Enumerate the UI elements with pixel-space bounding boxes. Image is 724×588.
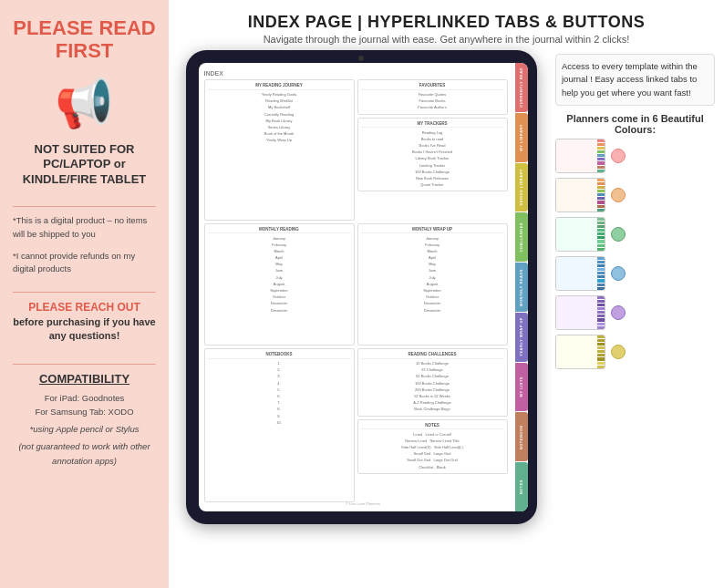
section-title-challenges: READING CHALLENGES — [361, 352, 504, 359]
not-suited-text: NOT SUITED FOR PC/LAPTOP or KINDLE/FIRE … — [13, 142, 156, 189]
side-tab-series-library: SERIES LIBRARY — [515, 163, 528, 212]
side-tab-notebook: NOTEBOOK — [515, 412, 528, 461]
color-dot-3 — [611, 227, 626, 242]
planners-section: Planners come in 6 Beautiful Colours: — [555, 113, 715, 369]
swatch-row-6 — [555, 335, 715, 369]
main-area: INDEX PAGE | HYPERLINKED TABS & BUTTONS … — [169, 0, 724, 588]
color-swatches — [555, 139, 715, 369]
access-note: Access to every template within the jour… — [555, 54, 715, 106]
section-monthly-wrapup: MONTHLY WRAP UP JanuaryFebruaryMarchApri… — [357, 223, 508, 346]
section-title-trackers: MY TRACKERS — [361, 121, 504, 129]
tablet-camera — [358, 56, 364, 61]
compatibility-text: For iPad: Goodnotes For Samsung Tab: XOD… — [13, 391, 156, 468]
planners-title: Planners come in 6 Beautiful Colours: — [555, 113, 715, 135]
page-title: INDEX PAGE | HYPERLINKED TABS & BUTTONS — [187, 13, 706, 32]
section-my-trackers: MY TRACKERS Reading LogBooks to readBook… — [357, 118, 508, 192]
side-tab-monthly-reads: MONTHLY READS — [515, 263, 528, 312]
swatch-row-2 — [555, 178, 715, 212]
side-tab-notes: NOTES — [515, 462, 528, 511]
color-dot-5 — [611, 305, 626, 320]
section-notebooks: NOTEBOOKS 1.2.3.4.5.6.7.8.9.10. — [204, 348, 355, 502]
index-label: INDEX — [204, 70, 508, 77]
divider1 — [13, 206, 156, 207]
section-title-notebooks: NOTEBOOKS — [208, 352, 351, 359]
left-panel: PLEASE READ FIRST 📢 NOT SUITED FOR PC/LA… — [0, 0, 169, 588]
tablet-wrapper: INDEX MY READING JOURNEY Yearly Reading … — [178, 50, 544, 579]
section-notes: NOTES Lined Lined or CornellNarrow Lined… — [357, 419, 508, 474]
tablet-device: INDEX MY READING JOURNEY Yearly Reading … — [186, 50, 537, 524]
side-tab-yearly-wrapup: YEARLY WRAP UP — [515, 313, 528, 362]
side-tab-my-library: MY LIBRARY — [515, 113, 528, 162]
section-favourites: FAVOURITES Favourite QuotesFavourite Boo… — [357, 79, 508, 115]
swatch-5 — [555, 295, 605, 330]
section-title-reading-journey: MY READING JOURNEY — [208, 83, 351, 90]
section-title-monthly-reading: MONTHLY READING — [208, 227, 351, 234]
right-panel: Access to every template within the jour… — [555, 50, 715, 579]
right-col-top: FAVOURITES Favourite QuotesFavourite Boo… — [357, 79, 508, 221]
swatch-row-5 — [555, 295, 715, 330]
watermark: © Live Love Planners — [346, 501, 380, 506]
tablet-grid: MY READING JOURNEY Yearly Reading GoalsR… — [204, 79, 508, 502]
color-dot-2 — [611, 188, 626, 202]
swatch-2 — [555, 178, 605, 212]
section-monthly-reading: MONTHLY READING JanuaryFebruaryMarchApri… — [204, 223, 355, 346]
swatch-4 — [555, 256, 605, 291]
color-dot-6 — [611, 345, 626, 359]
swatch-row-1 — [555, 139, 715, 173]
tablet-content: INDEX MY READING JOURNEY Yearly Reading … — [199, 63, 513, 511]
divider2 — [13, 292, 156, 293]
top-header: INDEX PAGE | HYPERLINKED TABS & BUTTONS … — [169, 0, 724, 50]
side-tab-currently-read: CURRENTLY READ — [515, 63, 528, 112]
divider3 — [13, 364, 156, 365]
megaphone-icon: 📢 — [55, 76, 114, 131]
section-reading-challenges: READING CHALLENGES 10 Books Challenge25 … — [357, 348, 508, 417]
swatch-3 — [555, 217, 605, 252]
section-title-favourites: FAVOURITES — [361, 83, 504, 90]
color-dot-1 — [611, 149, 626, 163]
disclaimer1: *This is a digital product – no items wi… — [13, 214, 156, 241]
section-reading-journey: MY READING JOURNEY Yearly Reading GoalsR… — [204, 79, 355, 221]
middle-row: INDEX MY READING JOURNEY Yearly Reading … — [169, 50, 724, 588]
swatch-6 — [555, 335, 605, 369]
section-title-notes: NOTES — [361, 423, 504, 430]
compatibility-title: COMPATIBILITY — [39, 372, 129, 386]
page-subtitle: Navigate through the journal with ease. … — [187, 34, 706, 45]
section-title-monthly-wrapup: MONTHLY WRAP UP — [361, 227, 504, 234]
color-dot-4 — [611, 266, 626, 281]
swatch-row-4 — [555, 256, 715, 291]
tablet-screen: INDEX MY READING JOURNEY Yearly Reading … — [199, 63, 528, 511]
reach-out-text: PLEASE REACH OUT before purchasing if yo… — [13, 300, 156, 344]
swatch-row-3 — [555, 217, 715, 252]
side-tab-challenges: CHALLENGES — [515, 212, 528, 262]
disclaimer2: *I cannot provide refunds on my digital … — [13, 250, 156, 276]
please-read-title: PLEASE READ FIRST — [13, 16, 155, 63]
tablet-side-tabs: CURRENTLY READ MY LIBRARY SERIES LIBRARY… — [515, 63, 528, 511]
side-tab-my-lists: MY LISTS — [515, 363, 528, 412]
right-col-bottom: READING CHALLENGES 10 Books Challenge25 … — [357, 348, 508, 502]
swatch-1 — [555, 139, 605, 173]
